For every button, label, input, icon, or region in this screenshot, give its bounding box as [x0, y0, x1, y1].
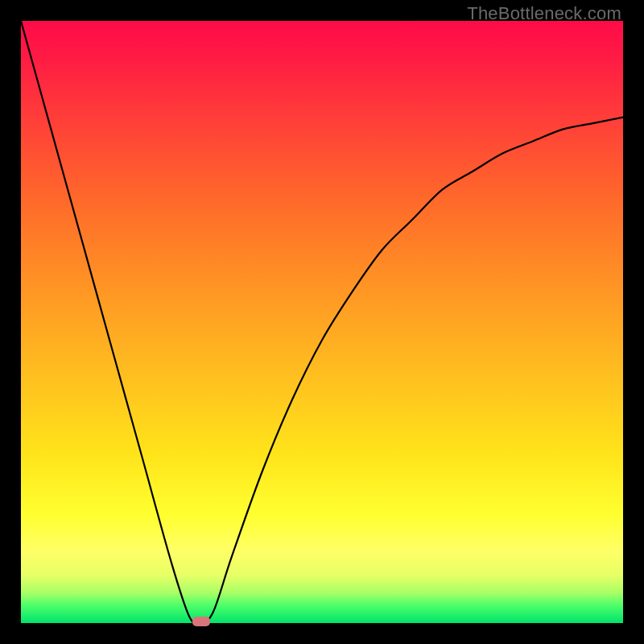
chart-frame: TheBottleneck.com [0, 0, 644, 644]
curve-line [21, 21, 623, 625]
plot-area [21, 21, 623, 623]
watermark-text: TheBottleneck.com [467, 3, 621, 24]
optimum-marker [192, 617, 210, 626]
bottleneck-curve [21, 21, 623, 623]
